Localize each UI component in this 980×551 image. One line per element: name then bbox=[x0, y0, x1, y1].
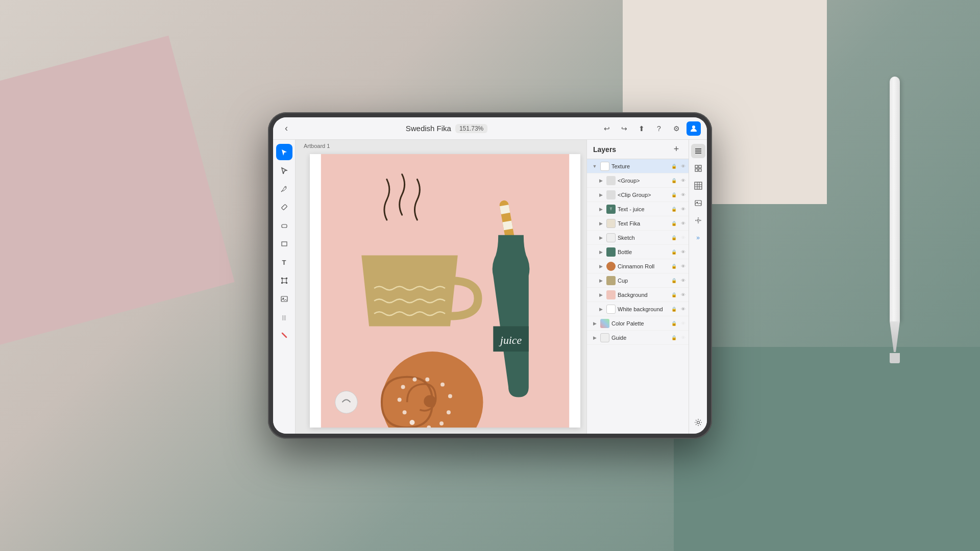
direct-select-tool[interactable] bbox=[276, 162, 292, 179]
eye-icon[interactable]: 👁 bbox=[679, 248, 687, 256]
eye-icon[interactable]: 👁 bbox=[679, 277, 687, 284]
layer-name: Guide bbox=[611, 335, 668, 341]
expand-icon[interactable]: ▶ bbox=[591, 320, 598, 327]
eye-icon-hidden[interactable]: 👁 bbox=[679, 320, 687, 327]
brush-tool[interactable] bbox=[276, 328, 292, 344]
eye-icon[interactable]: 👁 bbox=[679, 177, 687, 184]
settings-button[interactable]: ⚙ bbox=[669, 121, 683, 136]
expand-icon[interactable]: ▶ bbox=[597, 277, 604, 284]
lock-icon[interactable]: 🔒 bbox=[670, 306, 677, 313]
settings-strip-icon[interactable] bbox=[691, 415, 705, 430]
undo-button[interactable]: ↩ bbox=[600, 121, 614, 136]
svg-rect-38 bbox=[695, 151, 701, 152]
panel-strip-icon[interactable] bbox=[691, 161, 705, 176]
layer-name-white-bg: White background bbox=[618, 306, 668, 312]
layer-cup[interactable]: ▶ Cup 🔒 👁 bbox=[587, 273, 689, 288]
right-strip: » bbox=[689, 140, 707, 434]
layer-thumbnail bbox=[600, 162, 609, 171]
eye-icon-hidden[interactable]: 👁 bbox=[679, 334, 687, 341]
svg-rect-3 bbox=[282, 224, 287, 228]
layer-name: Text Fika bbox=[618, 220, 668, 227]
eraser-tool[interactable] bbox=[276, 217, 292, 234]
layer-color-palette[interactable]: ▶ Color Palette 🔒 👁 bbox=[587, 316, 689, 331]
pen-tool[interactable] bbox=[276, 181, 292, 197]
lock-icon[interactable]: 🔒 bbox=[670, 263, 677, 270]
history-strip-icon[interactable]: » bbox=[691, 231, 705, 245]
grid-strip-icon[interactable] bbox=[691, 179, 705, 193]
eye-icon[interactable]: 👁 bbox=[679, 306, 687, 313]
lock-icon[interactable]: 🔒 bbox=[670, 163, 677, 170]
ipad-frame: ‹ Swedish Fika 151.73% ↩ ↪ ⬆ ? ⚙ bbox=[268, 112, 712, 439]
layer-clip-group[interactable]: ▶ <Clip Group> 🔒 👁 bbox=[587, 188, 689, 202]
expand-icon[interactable]: ▶ bbox=[591, 334, 598, 341]
transform-tool[interactable] bbox=[276, 272, 292, 289]
redo-button[interactable]: ↪ bbox=[617, 121, 631, 136]
layer-sketch[interactable]: ▶ Sketch 🔒 👁 bbox=[587, 231, 689, 245]
expand-icon[interactable]: ▶ bbox=[597, 220, 604, 227]
layer-group[interactable]: ▶ <Group> 🔒 👁 bbox=[587, 173, 689, 188]
layer-text-fika[interactable]: ▶ Text Fika 🔒 👁 bbox=[587, 216, 689, 231]
help-button[interactable]: ? bbox=[652, 121, 666, 136]
expand-icon[interactable]: ▶ bbox=[597, 206, 604, 213]
svg-rect-16 bbox=[502, 220, 512, 230]
profile-button[interactable] bbox=[687, 121, 701, 136]
artboard-label: Artboard 1 bbox=[304, 143, 330, 149]
expand-icon[interactable]: ▶ bbox=[597, 248, 604, 256]
lock-icon[interactable]: 🔒 bbox=[670, 206, 677, 213]
zoom-level[interactable]: 151.73% bbox=[455, 124, 487, 133]
lock-icon[interactable]: 🔒 bbox=[670, 191, 677, 198]
lock-icon[interactable]: 🔒 bbox=[670, 248, 677, 256]
image-strip-icon[interactable] bbox=[691, 196, 705, 210]
eye-icon[interactable]: 👁 bbox=[679, 220, 687, 227]
layer-name: Sketch bbox=[618, 235, 668, 241]
eye-icon[interactable]: 👁 bbox=[679, 263, 687, 270]
expand-icon[interactable]: ▼ bbox=[591, 163, 598, 170]
lock-icon[interactable]: 🔒 bbox=[670, 177, 677, 184]
transform-strip-icon[interactable] bbox=[691, 213, 705, 228]
layer-background[interactable]: ▶ Background 🔒 👁 bbox=[587, 288, 689, 302]
lock-icon[interactable]: 🔒 bbox=[670, 277, 677, 284]
lock-icon[interactable]: 🔒 bbox=[670, 291, 677, 298]
layer-name: Color Palette bbox=[611, 320, 668, 327]
layer-cinnamon-roll[interactable]: ▶ Cinnamon Roll 🔒 👁 bbox=[587, 259, 689, 273]
lock-icon[interactable]: 🔒 bbox=[670, 320, 677, 327]
expand-icon[interactable]: ▶ bbox=[597, 234, 604, 241]
lock-icon[interactable]: 🔒 bbox=[670, 234, 677, 241]
svg-rect-2 bbox=[281, 204, 287, 210]
layer-thumbnail bbox=[600, 319, 609, 328]
expand-icon[interactable]: ▶ bbox=[597, 306, 604, 313]
back-button[interactable]: ‹ bbox=[279, 121, 293, 136]
svg-rect-8 bbox=[281, 282, 283, 284]
layers-strip-icon[interactable] bbox=[691, 144, 705, 158]
expand-icon[interactable]: ▶ bbox=[597, 191, 604, 198]
share-button[interactable]: ⬆ bbox=[634, 121, 649, 136]
rectangle-tool[interactable] bbox=[276, 236, 292, 252]
eye-icon[interactable]: 👁 bbox=[679, 206, 687, 213]
expand-icon[interactable]: ▶ bbox=[597, 291, 604, 298]
expand-icon[interactable]: ▶ bbox=[597, 177, 604, 184]
layer-texture[interactable]: ▼ Texture 🔒 👁 bbox=[587, 159, 689, 173]
svg-point-25 bbox=[410, 420, 415, 425]
eye-icon-hidden[interactable]: 👁 bbox=[679, 234, 687, 241]
eye-icon[interactable]: 👁 bbox=[679, 191, 687, 198]
layer-bottle[interactable]: ▶ Bottle 🔒 👁 bbox=[587, 245, 689, 259]
layer-thumbnail bbox=[606, 247, 616, 257]
text-tool[interactable]: T bbox=[276, 254, 292, 270]
svg-rect-41 bbox=[699, 165, 701, 168]
layers-list: ▼ Texture 🔒 👁 ▶ <Group> 🔒 👁 bbox=[587, 159, 689, 434]
pencil-tool[interactable] bbox=[276, 199, 292, 215]
lock-icon[interactable]: 🔒 bbox=[670, 220, 677, 227]
eye-icon[interactable]: 👁 bbox=[679, 291, 687, 298]
expand-icon[interactable]: ▶ bbox=[597, 263, 604, 270]
canvas-area[interactable]: Artboard 1 bbox=[296, 140, 586, 434]
lock-icon[interactable]: 🔒 bbox=[670, 334, 677, 341]
separator-tool[interactable]: ||| bbox=[276, 309, 292, 325]
layer-text-juice[interactable]: ▶ T Text - juice 🔒 👁 bbox=[587, 202, 689, 216]
layer-thumbnail bbox=[606, 262, 616, 271]
add-layer-button[interactable]: + bbox=[670, 143, 682, 156]
layer-white-background[interactable]: ▶ White background 🔒 👁 bbox=[587, 302, 689, 316]
eye-icon[interactable]: 👁 bbox=[679, 163, 687, 170]
image-tool[interactable] bbox=[276, 291, 292, 307]
layer-guide[interactable]: ▶ Guide 🔒 👁 bbox=[587, 331, 689, 345]
select-tool[interactable] bbox=[276, 144, 292, 160]
